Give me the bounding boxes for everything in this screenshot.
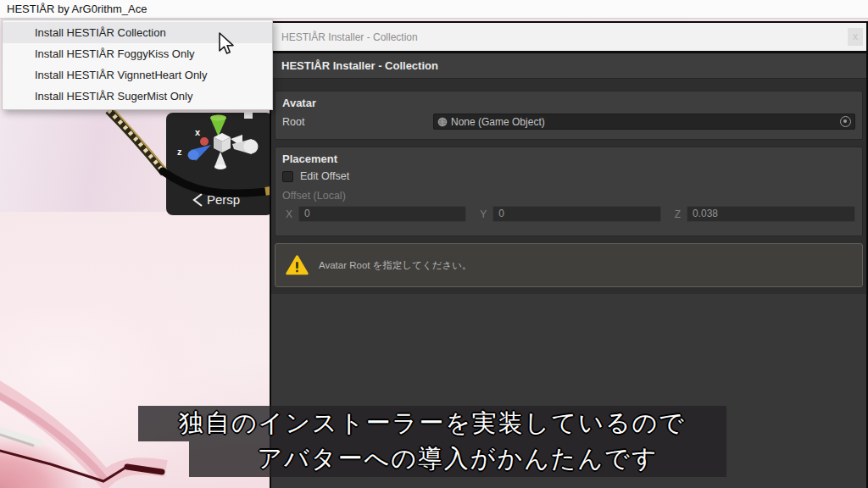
warning-icon — [286, 255, 309, 275]
placement-section-title: Placement — [275, 147, 862, 168]
mouse-cursor-icon — [217, 32, 237, 59]
avatar-root-value: None (Game Object) — [451, 116, 545, 128]
y-offset-input[interactable]: 0 — [492, 206, 660, 222]
window-titlebar[interactable]: HESTIÅR Installer - Collection x — [271, 23, 866, 51]
x-axis-field-label: X — [286, 208, 292, 220]
root-field-label: Root — [282, 116, 304, 128]
x-offset-input[interactable]: 0 — [298, 206, 466, 222]
menubar-item-hestiar[interactable]: HESTIÅR by ArG0rithm_Ace — [7, 3, 147, 15]
installer-header: HESTIÅR Installer - Collection — [271, 53, 866, 79]
avatar-section-title: Avatar — [275, 92, 862, 112]
z-offset-input[interactable]: 0.038 — [687, 206, 855, 222]
persp-arrow-icon — [194, 194, 202, 206]
edit-offset-checkbox[interactable] — [282, 171, 293, 182]
avatar-section: Avatar Root None (Game Object) — [275, 91, 863, 140]
warning-helpbox: Avatar Root を指定してください。 — [275, 243, 863, 287]
gizmo-persp-label: Persp — [207, 192, 240, 207]
offset-local-label: Offset (Local) — [282, 190, 346, 202]
edit-offset-label: Edit Offset — [300, 170, 349, 182]
avatar-body-shadow-corner — [0, 424, 110, 488]
placement-section: Placement Edit Offset Offset (Local) X 0… — [275, 147, 863, 236]
gizmo-axes-icon: x z Persp — [166, 113, 273, 215]
scene-orientation-gizmo[interactable]: x z Persp — [166, 113, 273, 215]
editor-menubar: HESTIÅR by ArG0rithm_Ace — [0, 0, 868, 19]
warning-text: Avatar Root を指定してください。 — [319, 259, 472, 272]
subtitle-line-2: アバターへの導入がかんたんです — [189, 441, 726, 477]
menu-item-install-sugermist[interactable]: Install HESTIÅR SugerMist Only — [3, 86, 272, 107]
gizmo-z-axis-label: z — [177, 147, 182, 157]
installer-header-title: HESTIÅR Installer - Collection — [281, 59, 438, 72]
gizmo-x-axis-label: x — [195, 127, 201, 137]
object-picker-icon[interactable] — [840, 116, 851, 127]
subtitle-line-1: 独自のインストーラーを実装しているので — [138, 406, 726, 441]
window-title: HESTIÅR Installer - Collection — [281, 31, 418, 43]
avatar-root-object-field[interactable]: None (Game Object) — [433, 114, 855, 130]
menu-item-install-vignnetheart[interactable]: Install HESTIÅR VignnetHeart Only — [3, 64, 272, 86]
offset-fields-row: X 0 Y 0 Z 0.038 — [275, 202, 862, 222]
z-axis-field-label: Z — [675, 208, 681, 220]
y-axis-field-label: Y — [480, 208, 487, 220]
unity-editor-screen: x z Persp — [0, 0, 868, 488]
close-button[interactable]: x — [848, 28, 863, 46]
gameobject-icon — [437, 117, 448, 127]
